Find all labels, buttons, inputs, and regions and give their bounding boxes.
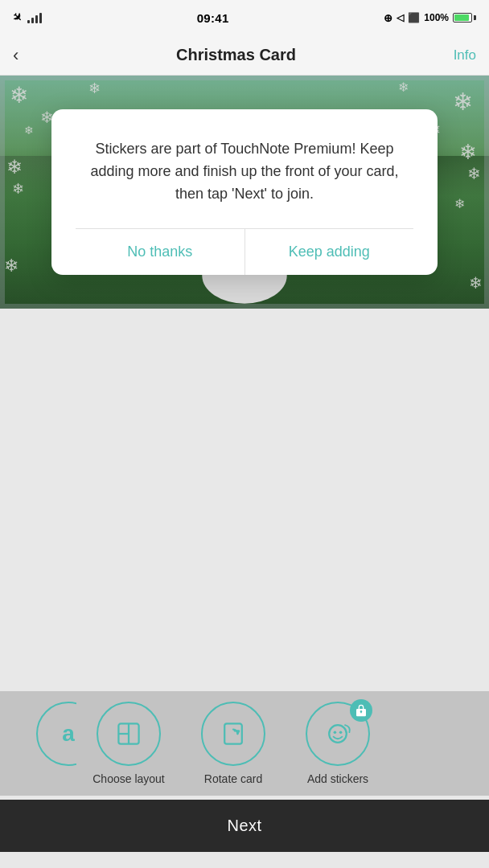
tools-area: a a Choose layout xyxy=(0,691,489,796)
lock-badge xyxy=(350,699,372,722)
modal-dialog: Stickers are part of TouchNote Premium! … xyxy=(51,109,438,275)
info-button[interactable]: Info xyxy=(454,47,476,63)
status-bar: ✈ 09:41 ⊕ ◁ ⬛ 100% xyxy=(0,0,489,35)
main-content: ❄ ❄ ❄ ❄ ❄ ❄ ❄ ❄ ❄ ❄ ❄ ❄ ❄ ❄ xyxy=(0,76,489,852)
signal-bar-4 xyxy=(39,13,42,23)
battery-indicator xyxy=(453,13,476,23)
back-button[interactable]: ‹ xyxy=(13,47,18,64)
caption-icon: a xyxy=(62,721,75,747)
modal-overlay: Stickers are part of TouchNote Premium! … xyxy=(0,76,489,309)
airplay-icon: ⬛ xyxy=(408,12,420,23)
layout-icon xyxy=(114,719,143,748)
svg-point-19 xyxy=(339,731,343,734)
battery-percent: 100% xyxy=(424,12,449,23)
svg-point-18 xyxy=(334,731,337,734)
status-right: ⊕ ◁ ⬛ 100% xyxy=(384,12,476,24)
status-left: ✈ xyxy=(13,11,42,24)
no-thanks-button[interactable]: No thanks xyxy=(76,229,245,275)
add-stickers-circle xyxy=(306,702,370,766)
navigation-icon: ◁ xyxy=(397,12,404,23)
svg-rect-20 xyxy=(357,710,365,716)
signal-bar-2 xyxy=(31,18,34,23)
svg-rect-16 xyxy=(224,723,242,743)
signal-bar-3 xyxy=(35,15,38,23)
svg-point-17 xyxy=(329,725,347,743)
caption-circle-partial: a xyxy=(36,702,76,766)
card-image-container[interactable]: ❄ ❄ ❄ ❄ ❄ ❄ ❄ ❄ ❄ ❄ ❄ ❄ ❄ ❄ xyxy=(0,76,489,309)
status-time: 09:41 xyxy=(197,11,229,25)
choose-layout-circle xyxy=(97,702,161,766)
page-title: Christmas Card xyxy=(176,46,296,64)
add-stickers-label: Add stickers xyxy=(307,772,368,785)
tool-item-rotate-card[interactable]: Rotate card xyxy=(181,702,286,785)
svg-point-21 xyxy=(360,712,362,714)
choose-layout-label: Choose layout xyxy=(92,772,165,785)
airplane-icon: ✈ xyxy=(10,10,26,26)
rotate-icon xyxy=(219,719,248,748)
modal-buttons: No thanks Keep adding xyxy=(76,228,413,275)
signal-bar-1 xyxy=(27,20,30,23)
tool-item-caption-partial[interactable]: a a xyxy=(12,702,76,785)
tools-scroll: a a Choose layout xyxy=(8,690,481,797)
next-button-label: Next xyxy=(227,817,261,835)
tool-item-choose-layout[interactable]: Choose layout xyxy=(76,702,181,785)
modal-message: Stickers are part of TouchNote Premium! … xyxy=(76,138,413,206)
location-icon: ⊕ xyxy=(384,12,392,24)
sticker-icon xyxy=(323,719,352,748)
rotate-card-circle xyxy=(201,702,265,766)
tool-item-add-stickers[interactable]: Add stickers xyxy=(286,702,390,785)
next-button[interactable]: Next xyxy=(0,800,489,852)
nav-bar: ‹ Christmas Card Info xyxy=(0,35,489,76)
signal-bars xyxy=(27,13,42,23)
rotate-card-label: Rotate card xyxy=(204,772,262,785)
keep-adding-button[interactable]: Keep adding xyxy=(245,229,414,275)
